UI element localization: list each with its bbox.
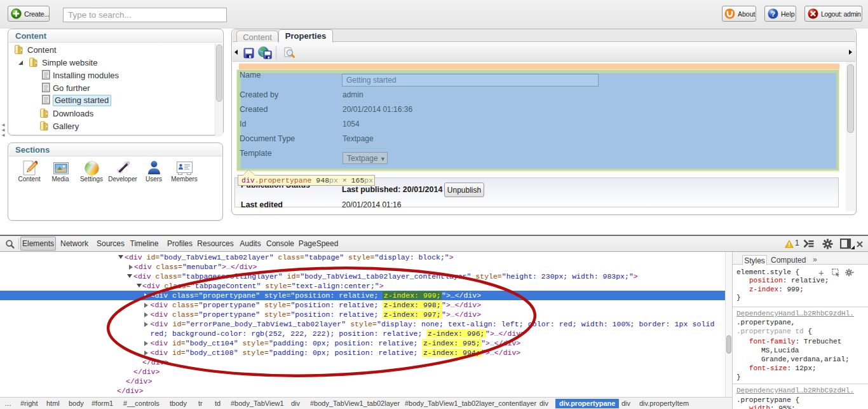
svg-text:?: ?: [771, 10, 775, 18]
